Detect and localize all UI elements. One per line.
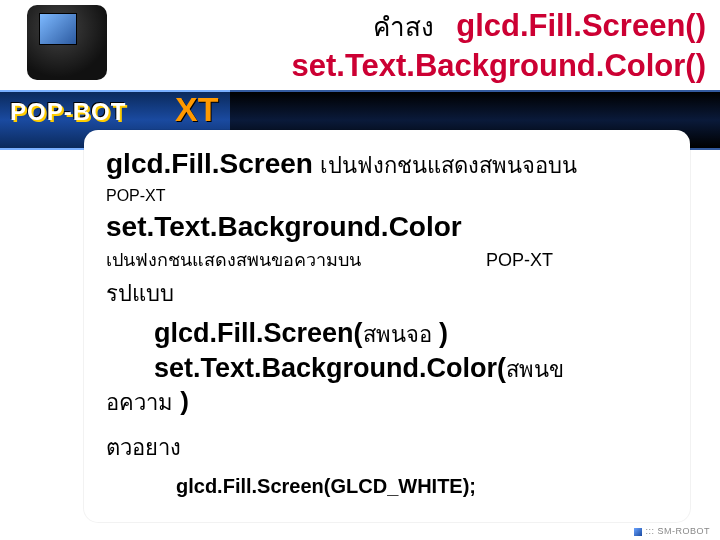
slide-header: คำสง glcd.Fill.Screen() set.Text.Backgro… [0, 0, 720, 95]
fn1-desc: เปนฟงกชนแสดงสพนจอบน [320, 153, 577, 178]
fn2-name: set.Text.Background.Color [106, 211, 668, 243]
syntax1-close: ) [432, 318, 449, 348]
fn2-device: POP-XT [486, 250, 553, 270]
syntax2-close: ) [180, 386, 189, 416]
header-fn2: set.Text.Background.Color() [291, 48, 706, 83]
header-line-2: set.Text.Background.Color() [0, 46, 706, 86]
syntax-line-2-cont: อความ ) [106, 385, 668, 420]
logo-suffix: XT [175, 90, 218, 129]
header-fn1: glcd.Fill.Screen() [456, 8, 706, 43]
syntax-line-1: glcd.Fill.Screen(สพนจอ ) [154, 317, 668, 352]
syntax2-fn: set.Text.Background.Color( [154, 353, 506, 383]
example-code: glcd.Fill.Screen(GLCD_WHITE); [176, 475, 668, 498]
logo-text: POP-BOT [10, 98, 126, 126]
fn2-desc-line: เปนฟงกชนแสดงสพนขอความบน POP-XT [106, 245, 668, 274]
fn1-line: glcd.Fill.Screen เปนฟงกชนแสดงสพนจอบน [106, 148, 668, 183]
fn1-name: glcd.Fill.Screen [106, 148, 313, 179]
syntax-block: glcd.Fill.Screen(สพนจอ ) set.Text.Backgr… [154, 317, 668, 387]
syntax1-arg: สพนจอ [363, 322, 432, 347]
footer-text: ::: SM-ROBOT [646, 526, 711, 536]
fn1-device: POP-XT [106, 187, 668, 205]
format-label: รปแบบ [106, 276, 668, 311]
command-label: คำสง [373, 12, 434, 42]
header-line-1: คำสง glcd.Fill.Screen() [0, 6, 706, 46]
syntax-line-2: set.Text.Background.Color(สพนข [154, 352, 668, 387]
fn2-desc: เปนฟงกชนแสดงสพนขอความบน [106, 250, 361, 270]
syntax2-cont: อความ [106, 390, 173, 415]
example-label: ตวอยาง [106, 430, 668, 465]
content-panel: glcd.Fill.Screen เปนฟงกชนแสดงสพนจอบน POP… [84, 130, 690, 522]
footer-icon [634, 528, 642, 536]
syntax2-arg: สพนข [506, 357, 564, 382]
footer-brand: ::: SM-ROBOT [634, 526, 711, 536]
syntax1-fn: glcd.Fill.Screen( [154, 318, 363, 348]
